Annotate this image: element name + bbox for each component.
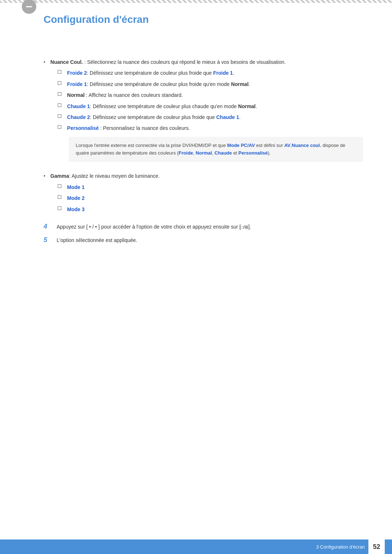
- ref-normal-2: Normal: [238, 103, 256, 109]
- term-mode1: Mode 1: [67, 184, 85, 190]
- nuance-desc: : Sélectionnez la nuance des couleurs qu…: [84, 59, 286, 65]
- note-normal: Normal: [196, 150, 212, 156]
- bullet-content-2: Gamma: Ajustez le niveau moyen de lumina…: [50, 172, 363, 216]
- sub-item-chaude1: Chaude 1: Définissez une température de …: [58, 102, 363, 110]
- sub-item-chaude2: Chaude 2: Définissez une température de …: [58, 113, 363, 121]
- term-froide1: Froide 1: [67, 81, 87, 87]
- note-text: Lorsque l'entrée externe est connectée v…: [76, 143, 345, 156]
- sub-item-perso: Personnalisé : Personnalisez la nuance d…: [58, 124, 363, 132]
- note-froide: Froide: [179, 150, 193, 156]
- sub-text-mode1: Mode 1: [67, 183, 85, 191]
- term-chaude1: Chaude 1: [67, 103, 90, 109]
- bullet-dot-2: ●: [44, 174, 45, 177]
- note-nuance-coul: Nuance coul.: [292, 143, 321, 148]
- term-mode3: Mode 3: [67, 206, 85, 212]
- sub-text-chaude2: Chaude 2: Définissez une température de …: [67, 113, 241, 121]
- bullet-dot-1: ●: [44, 60, 45, 63]
- ref-normal-1: Normal: [231, 81, 249, 87]
- step4-icon: □/⊞: [241, 225, 248, 230]
- header-area: Configuration d'écran: [0, 3, 392, 33]
- sub-bullet-chaude1: [58, 103, 61, 107]
- sub-text-perso: Personnalisé : Personnalisez la nuance d…: [67, 124, 190, 132]
- sub-bullet-froide2: [58, 70, 61, 74]
- step-text-4: Appuyez sur [ • / • ] pour accéder à l'o…: [57, 222, 251, 231]
- section-spacer: [44, 44, 363, 58]
- note-box: Lorsque l'entrée externe est connectée v…: [69, 137, 363, 162]
- term-mode2: Mode 2: [67, 195, 85, 201]
- note-av: AV: [284, 143, 290, 148]
- bullet-nuance: ● Nuance Coul. : Sélectionnez la nuance …: [44, 58, 363, 166]
- top-strip: [0, 0, 392, 3]
- sub-bullet-perso: [58, 125, 61, 129]
- footer-page-number: 52: [368, 539, 385, 554]
- sub-item-froide1: Froide 1: Définissez une température de …: [58, 80, 363, 88]
- sub-item-mode3: Mode 3: [58, 205, 363, 213]
- sub-bullet-normal: [58, 92, 61, 96]
- ref-froide1: Froide 1: [213, 70, 233, 76]
- sub-text-chaude1: Chaude 1: Définissez une température de …: [67, 102, 257, 110]
- content-area: ● Nuance Coul. : Sélectionnez la nuance …: [0, 33, 392, 278]
- sub-text-mode3: Mode 3: [67, 205, 85, 213]
- bullet-gamma: ● Gamma: Ajustez le niveau moyen de lumi…: [44, 172, 363, 216]
- term-normal: Normal: [67, 92, 85, 98]
- footer-section-label: 3 Configuration d'écran: [316, 544, 365, 550]
- sub-bullet-mode2: [58, 195, 61, 199]
- bullet-text-1: Nuance Coul. : Sélectionnez la nuance de…: [50, 59, 286, 65]
- step-4: 4 Appuyez sur [ • / • ] pour accéder à l…: [44, 222, 363, 231]
- sub-bullet-mode1: [58, 184, 61, 188]
- term-perso: Personnalisé: [67, 125, 99, 131]
- step-number-5: 5: [44, 235, 51, 245]
- term-froide2: Froide 2: [67, 70, 87, 76]
- sub-list-gamma: Mode 1 Mode 2 Mode 3: [58, 183, 363, 213]
- step-5: 5 L'option sélectionnée est appliquée.: [44, 235, 363, 245]
- sub-text-froide1: Froide 1: Définissez une température de …: [67, 80, 250, 88]
- term-chaude2: Chaude 2: [67, 114, 90, 120]
- sub-bullet-mode3: [58, 206, 61, 210]
- ref-chaude1: Chaude 1: [216, 114, 239, 120]
- sub-item-normal: Normal : Affichez la nuance des couleurs…: [58, 91, 363, 99]
- sub-item-froide2: Froide 2: Définissez une température de …: [58, 69, 363, 77]
- sub-item-mode2: Mode 2: [58, 194, 363, 202]
- term-nuance: Nuance Coul.: [50, 59, 83, 65]
- term-gamma: Gamma: [50, 173, 69, 179]
- sub-text-mode2: Mode 2: [67, 194, 85, 202]
- page-footer: 3 Configuration d'écran 52: [0, 539, 392, 554]
- sub-bullet-froide1: [58, 81, 61, 85]
- sub-list-nuance: Froide 2: Définissez une température de …: [58, 69, 363, 162]
- page-title: Configuration d'écran: [44, 14, 363, 25]
- step-text-5: L'option sélectionnée est appliquée.: [57, 235, 137, 244]
- note-chaude: Chaude: [215, 150, 232, 156]
- sub-text-normal: Normal : Affichez la nuance des couleurs…: [67, 91, 183, 99]
- note-personnalise: Personnalisé: [238, 150, 268, 156]
- sub-text-froide2: Froide 2: Définissez une température de …: [67, 69, 234, 77]
- sub-item-mode1: Mode 1: [58, 183, 363, 191]
- sub-bullet-chaude2: [58, 114, 61, 118]
- step-number-4: 4: [44, 222, 51, 231]
- page-container: Configuration d'écran ● Nuance Coul. : S…: [0, 0, 392, 554]
- bullet-content-1: Nuance Coul. : Sélectionnez la nuance de…: [50, 58, 363, 166]
- bullet-text-2: Gamma: Ajustez le niveau moyen de lumina…: [50, 173, 160, 179]
- note-mode-pcav: Mode PC/AV: [227, 143, 255, 148]
